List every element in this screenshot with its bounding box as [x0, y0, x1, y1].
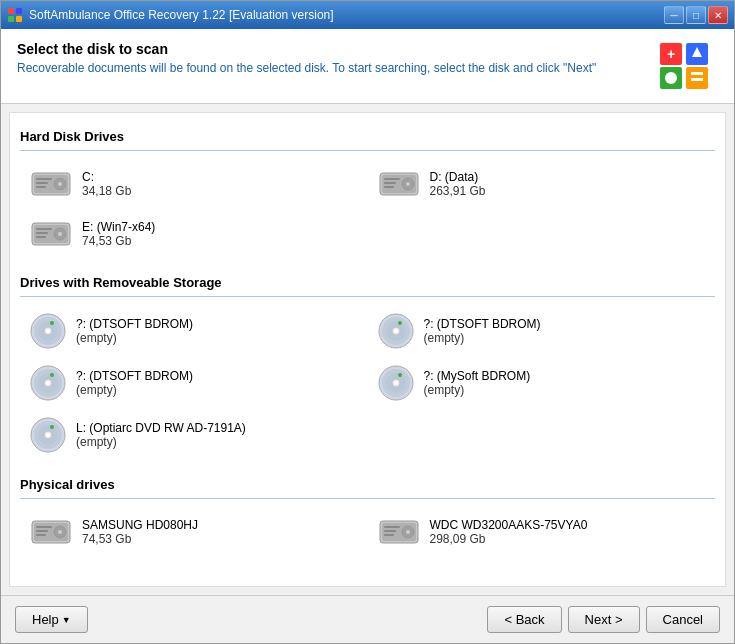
- footer: Help ▼ < Back Next > Cancel: [1, 595, 734, 643]
- cd-icon-r4: [378, 365, 414, 401]
- svg-rect-75: [384, 526, 400, 528]
- drive-info-r2: ?: (DTSOFT BDROM) (empty): [424, 317, 541, 345]
- svg-point-50: [46, 381, 50, 385]
- hdd-icon-p2: [378, 515, 420, 549]
- app-icon: [7, 7, 23, 23]
- svg-rect-2: [8, 16, 14, 22]
- back-button[interactable]: < Back: [487, 606, 561, 633]
- removeable-drives-grid: ?: (DTSOFT BDROM) (empty) ?: (DTSOFT BDR…: [20, 305, 715, 461]
- svg-point-30: [58, 232, 62, 236]
- svg-rect-18: [36, 182, 48, 184]
- help-button[interactable]: Help ▼: [15, 606, 88, 633]
- drive-info-r1: ?: (DTSOFT BDROM) (empty): [76, 317, 193, 345]
- hdd-icon-e: [30, 217, 72, 251]
- cancel-button[interactable]: Cancel: [646, 606, 720, 633]
- drive-name-r3: ?: (DTSOFT BDROM): [76, 369, 193, 383]
- svg-point-57: [398, 373, 402, 377]
- svg-rect-24: [384, 178, 400, 180]
- title-bar-left: SoftAmbulance Office Recovery 1.22 [Eval…: [7, 7, 334, 23]
- svg-point-38: [46, 329, 50, 333]
- svg-rect-26: [384, 186, 394, 188]
- drive-name-p2: WDC WD3200AAKS-75VYA0: [430, 518, 588, 532]
- title-bar: SoftAmbulance Office Recovery 1.22 [Eval…: [1, 1, 734, 29]
- cd-icon-r3: [30, 365, 66, 401]
- svg-point-51: [50, 373, 54, 377]
- svg-rect-0: [8, 8, 14, 14]
- svg-point-56: [394, 381, 398, 385]
- drive-size-r5: (empty): [76, 435, 246, 449]
- drive-item-c[interactable]: C: 34,18 Gb: [20, 159, 368, 209]
- nav-buttons: < Back Next > Cancel: [487, 606, 720, 633]
- drive-item-r5[interactable]: L: (Optiarc DVD RW AD-7191A) (empty): [20, 409, 368, 461]
- drive-item-r1[interactable]: ?: (DTSOFT BDROM) (empty): [20, 305, 368, 357]
- drive-info-r3: ?: (DTSOFT BDROM) (empty): [76, 369, 193, 397]
- drive-item-r2[interactable]: ?: (DTSOFT BDROM) (empty): [368, 305, 716, 357]
- hdd-icon-c: [30, 167, 72, 201]
- drive-item-r3[interactable]: ?: (DTSOFT BDROM) (empty): [20, 357, 368, 409]
- drive-name-r4: ?: (MySoft BDROM): [424, 369, 531, 383]
- svg-rect-19: [36, 186, 46, 188]
- svg-point-16: [58, 182, 62, 186]
- drive-size-e: 74,53 Gb: [82, 234, 155, 248]
- svg-rect-69: [36, 530, 48, 532]
- physical-drives-grid: SAMSUNG HD080HJ 74,53 Gb WDC WD3200AAKS-…: [20, 507, 715, 557]
- hdd-icon-p1: [30, 515, 72, 549]
- cd-icon-r1: [30, 313, 66, 349]
- svg-point-39: [50, 321, 54, 325]
- drive-item-p1[interactable]: SAMSUNG HD080HJ 74,53 Gb: [20, 507, 368, 557]
- drive-name-e: E: (Win7-x64): [82, 220, 155, 234]
- svg-rect-76: [384, 530, 396, 532]
- svg-point-44: [394, 329, 398, 333]
- cd-icon-r5: [30, 417, 66, 453]
- drive-item-r4[interactable]: ?: (MySoft BDROM) (empty): [368, 357, 716, 409]
- content-area: Hard Disk Drives C: 34,18 Gb: [9, 112, 726, 587]
- help-label: Help: [32, 612, 59, 627]
- hdd-drives-grid: C: 34,18 Gb D: (Data) 263,91 Gb: [20, 159, 715, 259]
- drive-size-r4: (empty): [424, 383, 531, 397]
- drive-info-r4: ?: (MySoft BDROM) (empty): [424, 369, 531, 397]
- close-button[interactable]: ✕: [708, 6, 728, 24]
- restore-button[interactable]: □: [686, 6, 706, 24]
- drive-name-r5: L: (Optiarc DVD RW AD-7191A): [76, 421, 246, 435]
- main-window: SoftAmbulance Office Recovery 1.22 [Eval…: [0, 0, 735, 644]
- svg-point-63: [50, 425, 54, 429]
- drive-size-r2: (empty): [424, 331, 541, 345]
- section-physical-header: Physical drives: [20, 471, 715, 499]
- drive-size-r3: (empty): [76, 383, 193, 397]
- drive-item-p2[interactable]: WDC WD3200AAKS-75VYA0 298,09 Gb: [368, 507, 716, 557]
- chevron-down-icon: ▼: [62, 615, 71, 625]
- drive-name-r1: ?: (DTSOFT BDROM): [76, 317, 193, 331]
- drive-item-d[interactable]: D: (Data) 263,91 Gb: [368, 159, 716, 209]
- drive-name-r2: ?: (DTSOFT BDROM): [424, 317, 541, 331]
- svg-rect-33: [36, 236, 46, 238]
- drive-size-d: 263,91 Gb: [430, 184, 486, 198]
- svg-point-45: [398, 321, 402, 325]
- app-logo: +: [658, 41, 718, 91]
- svg-point-74: [406, 530, 410, 534]
- drive-size-c: 34,18 Gb: [82, 184, 131, 198]
- section-removeable-header: Drives with Removeable Storage: [20, 269, 715, 297]
- drive-size-p1: 74,53 Gb: [82, 532, 198, 546]
- drive-size-r1: (empty): [76, 331, 193, 345]
- drive-info-d: D: (Data) 263,91 Gb: [430, 170, 486, 198]
- svg-rect-11: [691, 72, 703, 75]
- svg-rect-77: [384, 534, 394, 536]
- svg-point-9: [665, 72, 677, 84]
- title-bar-buttons: ─ □ ✕: [664, 6, 728, 24]
- svg-rect-1: [16, 8, 22, 14]
- svg-rect-25: [384, 182, 396, 184]
- drive-info-p2: WDC WD3200AAKS-75VYA0 298,09 Gb: [430, 518, 588, 546]
- svg-point-62: [46, 433, 50, 437]
- svg-rect-3: [16, 16, 22, 22]
- svg-rect-68: [36, 526, 52, 528]
- hdd-icon-d: [378, 167, 420, 201]
- header-section: Select the disk to scan Recoverable docu…: [1, 29, 734, 104]
- svg-rect-17: [36, 178, 52, 180]
- minimize-button[interactable]: ─: [664, 6, 684, 24]
- drive-info-c: C: 34,18 Gb: [82, 170, 131, 198]
- header-text: Select the disk to scan Recoverable docu…: [17, 41, 658, 75]
- drive-info-e: E: (Win7-x64) 74,53 Gb: [82, 220, 155, 248]
- drive-item-e[interactable]: E: (Win7-x64) 74,53 Gb: [20, 209, 368, 259]
- next-button[interactable]: Next >: [568, 606, 640, 633]
- drive-name-p1: SAMSUNG HD080HJ: [82, 518, 198, 532]
